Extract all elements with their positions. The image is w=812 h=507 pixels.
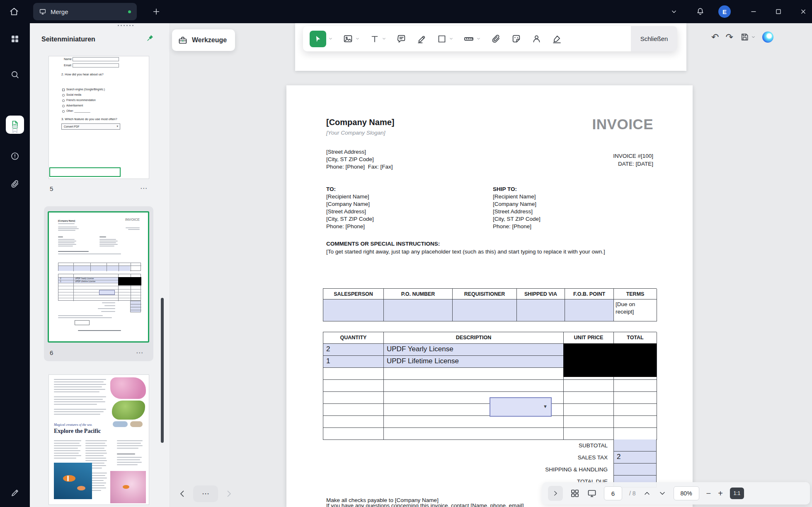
pagination-zoom-bar: / 8 80% − + 1:1 (542, 482, 810, 505)
mini-doc-title: Explore the Pacific (54, 428, 101, 435)
page-5-thumbnail[interactable]: Name: Email: 2. How did you hear about u… (48, 56, 149, 179)
new-tab-button[interactable] (152, 7, 161, 16)
comment-tool-button[interactable] (396, 34, 407, 44)
page-thumbnails-panel: Seitenminiaturen Name: Email: 2. How did… (30, 23, 170, 507)
ship-line: Phone: [Phone] (493, 223, 531, 230)
presentation-mode-icon[interactable] (587, 488, 597, 498)
account-avatar[interactable]: E (718, 5, 731, 18)
window-minimize-button[interactable] (749, 7, 758, 16)
more-pages-button[interactable]: ⋯ (193, 485, 218, 502)
info-header: SHIPPED VIA (517, 289, 565, 299)
close-toolbar-label: Schließen (640, 35, 668, 42)
text-tool-caret-icon[interactable] (382, 36, 386, 41)
text-tool-button[interactable] (370, 34, 386, 44)
document-tab[interactable]: Merge (33, 3, 137, 20)
coral-image-pink (110, 377, 146, 399)
toolbox-icon (178, 35, 188, 45)
signature-tool-button[interactable] (552, 34, 562, 44)
previous-page-chevron-up-icon[interactable] (643, 489, 651, 497)
item-desc: UPDF Lifetime License (384, 356, 564, 368)
mini-dropdown-field: Convert PDF ▾ (61, 123, 120, 130)
save-button[interactable] (740, 32, 756, 42)
panel-drag-handle[interactable] (118, 25, 133, 26)
page-6-menu-icon[interactable]: ⋯ (136, 349, 143, 356)
page-6-selected-card: [Company Name] INVOICE (44, 206, 153, 361)
tools-button[interactable]: Werkzeuge (172, 29, 235, 51)
ship-line: [Recipient Name] (493, 193, 536, 200)
mini-highlighted-text-field (49, 167, 121, 177)
prev-page-chevron-icon[interactable] (177, 489, 187, 499)
zoom-out-button[interactable]: − (706, 489, 711, 497)
page-number-input[interactable] (604, 486, 622, 500)
attachment-tool-button[interactable] (491, 34, 501, 44)
close-toolbar-button[interactable]: Schließen (631, 26, 677, 51)
summary-label: SALES TAX (323, 451, 613, 464)
sticker-tool-button[interactable] (511, 34, 521, 44)
search-icon[interactable] (10, 70, 20, 80)
select-tool-caret-icon[interactable] (328, 36, 333, 41)
shape-tool-button[interactable] (437, 34, 453, 44)
save-caret-icon[interactable] (751, 35, 756, 39)
mini-option: Advertisement (66, 104, 83, 107)
undo-icon[interactable]: ↶ (711, 33, 719, 42)
page-5-menu-icon[interactable]: ⋯ (140, 185, 148, 192)
summary-label: SHIPPING & HANDLING (323, 464, 613, 476)
info-header: P.O. NUMBER (384, 289, 453, 299)
invoice-phone-fax: Phone: [Phone] Fax: [Fax] (326, 163, 393, 171)
page-6-canvas: [Company Name] [Your Company Slogan] INV… (286, 85, 693, 507)
redo-icon[interactable]: ↷ (725, 33, 733, 42)
mini-question2: 2. How did you hear about us? (61, 72, 104, 76)
window-close-button[interactable] (799, 7, 807, 16)
mini-company-name: [Company Name] (58, 220, 75, 222)
description-combo-box[interactable]: ▼ (490, 397, 552, 417)
collapse-bar-button[interactable] (548, 486, 563, 501)
mini-name-label: Name: (64, 58, 73, 60)
invoice-info-table: SALESPERSON P.O. NUMBER REQUISITIONER SH… (323, 288, 657, 321)
zoom-in-button[interactable]: + (718, 489, 723, 497)
ai-assistant-icon[interactable] (762, 31, 773, 43)
items-header: QUANTITY (323, 332, 384, 344)
select-tool-button-active[interactable] (310, 31, 326, 47)
next-page-chevron-down-icon[interactable] (658, 489, 667, 497)
save-floppy-icon (740, 32, 749, 42)
actual-size-label: 1:1 (734, 490, 741, 496)
invoice-company-name: [Company Name] (326, 118, 394, 126)
comments-alert-icon[interactable] (10, 151, 20, 161)
thumbnail-view-icon[interactable] (570, 488, 580, 498)
shape-tool-caret-icon[interactable] (449, 36, 453, 41)
stamp-person-tool-button[interactable] (531, 34, 542, 44)
updf-app-window: Merge E (0, 0, 812, 507)
pin-panel-icon[interactable] (145, 34, 154, 43)
item-qty: 1 (323, 356, 384, 368)
attachments-paperclip-icon[interactable] (10, 179, 20, 189)
mini-items-table: 2 UPDF Yearly License 1 UPDF Lifetime Li… (58, 274, 141, 301)
actual-size-button[interactable]: 1:1 (730, 488, 744, 499)
apps-grid-icon[interactable] (10, 34, 20, 44)
chevron-down-icon[interactable] (670, 7, 678, 16)
image-tool-button[interactable] (343, 34, 360, 44)
next-page-chevron-icon-disabled[interactable] (224, 489, 234, 499)
highlighter-tool-button[interactable] (417, 34, 427, 44)
item-qty: 2 (323, 344, 384, 356)
mini-field-box (75, 320, 90, 325)
summary-cell (613, 464, 657, 476)
window-maximize-button[interactable] (774, 7, 783, 16)
measure-tool-button[interactable] (463, 34, 481, 44)
document-viewport: [Company Name] [Your Company Slogan] INV… (170, 23, 812, 507)
measure-tool-caret-icon[interactable] (476, 36, 481, 41)
panel-title: Seitenminiaturen (41, 36, 95, 43)
mini-option: Search engine (Google/Bing/etc.) (66, 88, 105, 91)
pen-draw-icon[interactable] (10, 488, 20, 498)
avatar-initial: E (722, 8, 727, 15)
image-tool-caret-icon[interactable] (355, 36, 360, 41)
page-6-thumbnail[interactable]: [Company Name] INVOICE (48, 211, 149, 343)
home-icon[interactable] (9, 6, 19, 17)
bookmark-icon[interactable] (10, 124, 20, 134)
panel-scrollbar-thumb[interactable] (161, 298, 164, 443)
notifications-bell-icon[interactable] (696, 7, 705, 16)
zoom-level-button[interactable]: 80% (674, 486, 699, 500)
combo-dropdown-icon: ▼ (543, 404, 548, 409)
page-7-thumbnail[interactable]: Magical creatures of the sea. Explore th… (48, 374, 149, 505)
to-line: [Recipient Name] (326, 193, 369, 200)
invoice-title: INVOICE (592, 116, 653, 133)
